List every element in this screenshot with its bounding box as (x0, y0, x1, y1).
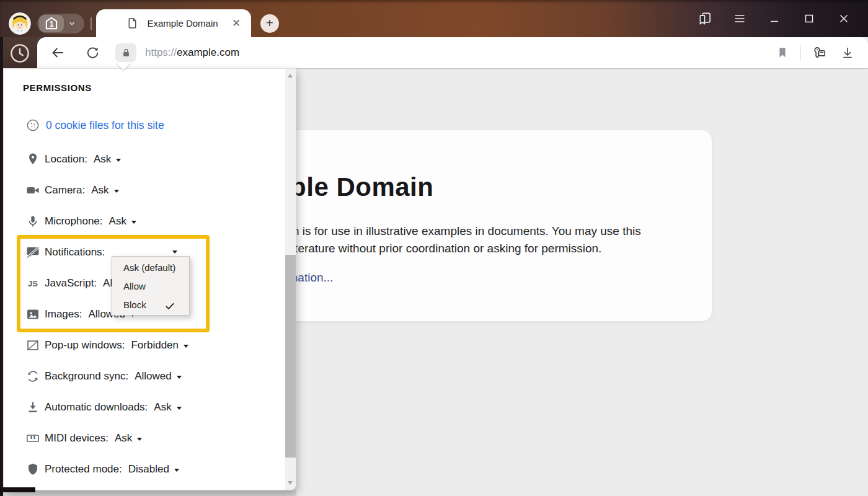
permission-label: Background sync: (45, 370, 128, 383)
permission-value-dropdown-location[interactable]: Ask (87, 153, 121, 166)
permission-row-popup-windows: Pop-up windows:Forbidden (4, 330, 285, 361)
key-cards-icon (811, 45, 827, 61)
window-left-edge (0, 37, 3, 496)
permission-label: MIDI devices: (45, 432, 108, 445)
notifications-off-icon (25, 245, 40, 260)
dropdown-caret-icon (137, 438, 142, 441)
tab-close-icon[interactable]: ✕ (230, 17, 242, 30)
cookie-icon (25, 118, 40, 133)
toolbar-divider (800, 45, 801, 60)
reload-button[interactable] (82, 42, 103, 63)
permission-label: Protected mode: (45, 463, 122, 476)
passwords-button[interactable] (808, 42, 830, 63)
tab-group-badge: 1 (39, 15, 64, 32)
permission-label: Automatic downloads: (45, 401, 148, 414)
profile-avatar[interactable] (9, 12, 31, 35)
url-scheme: https:// (145, 46, 177, 58)
permission-value: Ask (109, 215, 126, 228)
close-window-button[interactable] (833, 8, 854, 29)
menu-option-block[interactable]: Block (112, 296, 189, 314)
minimize-button[interactable] (764, 8, 785, 29)
bookmark-icon (776, 46, 789, 60)
permission-value: Forbidden (131, 339, 179, 352)
scrollbar-thumb[interactable] (285, 255, 296, 458)
history-button[interactable] (8, 42, 32, 65)
permission-label: Microphone: (45, 215, 103, 228)
downloads-button[interactable] (837, 42, 858, 63)
permission-label: Pop-up windows: (45, 339, 125, 352)
dropdown-caret-icon (174, 469, 179, 472)
menu-button[interactable] (729, 8, 750, 29)
tab-example-domain[interactable]: Example Domain ✕ (96, 9, 251, 37)
javascript-icon: JS (25, 276, 40, 291)
location-pin-icon (25, 152, 40, 167)
back-arrow-icon (50, 45, 66, 61)
permission-row-background-sync: Background sync:Allowed (4, 361, 285, 392)
maximize-button[interactable] (799, 8, 820, 29)
cookie-files-link[interactable]: 0 cookie files for this site (46, 119, 164, 132)
panel-scrollbar[interactable] (285, 69, 296, 490)
maximize-icon (802, 11, 817, 26)
dropdown-caret-icon (131, 221, 136, 224)
cookie-files-link-row[interactable]: 0 cookie files for this site (4, 113, 164, 138)
selected-check-icon (164, 299, 175, 311)
permission-value-dropdown-camera[interactable]: Ask (85, 184, 118, 197)
permission-value-dropdown-automatic-downloads[interactable]: Ask (148, 401, 181, 414)
new-tab-button[interactable]: + (260, 14, 279, 33)
address-toolbar: https://example.com (37, 37, 868, 68)
permission-value: Ask (115, 432, 132, 445)
chevron-down-icon[interactable] (66, 18, 78, 29)
menu-option-allow[interactable]: Allow (112, 277, 189, 296)
scroll-up-arrow-icon[interactable] (288, 74, 293, 78)
permission-label: JavaScript: (45, 277, 97, 290)
menu-option-ask-default[interactable]: Ask (default) (112, 259, 189, 277)
images-icon (25, 307, 40, 322)
dropdown-caret-icon (177, 407, 182, 410)
reload-icon (85, 45, 100, 61)
close-icon (836, 11, 851, 26)
tab-count: 1 (39, 19, 64, 29)
permission-value-dropdown-midi-devices[interactable]: Ask (108, 432, 142, 445)
tab-group-pill[interactable]: 1 (37, 14, 84, 33)
permission-row-automatic-downloads: Automatic downloads:Ask (4, 392, 285, 423)
page-strip-below-panel (3, 490, 296, 496)
permission-row-protected-mode: Protected mode:Disabled (4, 454, 285, 485)
permission-label: Camera: (45, 184, 85, 197)
panel-title: PERMISSIONS (23, 82, 92, 93)
permission-value-dropdown-protected-mode[interactable]: Disabled (122, 463, 179, 476)
dropdown-caret-icon (177, 376, 182, 379)
permission-value: Ask (91, 184, 108, 197)
svg-text:JS: JS (28, 279, 38, 288)
shield-icon (25, 462, 40, 477)
tab-title: Example Domain (135, 18, 230, 29)
permission-value: Allowed (135, 370, 172, 383)
dropdown-caret-icon (184, 345, 188, 348)
clock-icon (8, 42, 32, 65)
midi-icon (25, 431, 40, 446)
permission-value-dropdown-background-sync[interactable]: Allowed (128, 370, 182, 383)
menu-option-label: Block (123, 299, 146, 310)
back-button[interactable] (47, 42, 68, 63)
dropdown-caret-icon (172, 250, 177, 254)
permission-row-location: Location:Ask (4, 144, 285, 175)
bookmark-button[interactable] (772, 42, 793, 63)
permission-value: Disabled (128, 463, 169, 476)
url-host: example.com (177, 46, 239, 58)
side-panels-button[interactable] (694, 8, 715, 29)
panels-bookmark-icon (697, 11, 713, 27)
permission-label: Images: (45, 308, 82, 321)
menu-option-label: Allow (123, 281, 146, 291)
permission-value: Ask (154, 401, 171, 414)
microphone-icon (25, 214, 40, 229)
scroll-down-arrow-icon[interactable] (288, 481, 293, 485)
permission-row-microphone: Microphone:Ask (4, 206, 285, 237)
popup-blocked-icon (25, 338, 40, 353)
site-security-badge[interactable] (115, 43, 136, 62)
permission-value-dropdown-microphone[interactable]: Ask (103, 215, 136, 228)
tab-bar: 1 Example Domain ✕ + (0, 0, 868, 37)
address-bar[interactable]: https://example.com (145, 46, 239, 59)
avatar-illustration (9, 12, 31, 35)
permission-value-dropdown-popup-windows[interactable]: Forbidden (125, 339, 188, 352)
download-icon (840, 45, 855, 60)
permission-value: Ask (94, 153, 111, 166)
